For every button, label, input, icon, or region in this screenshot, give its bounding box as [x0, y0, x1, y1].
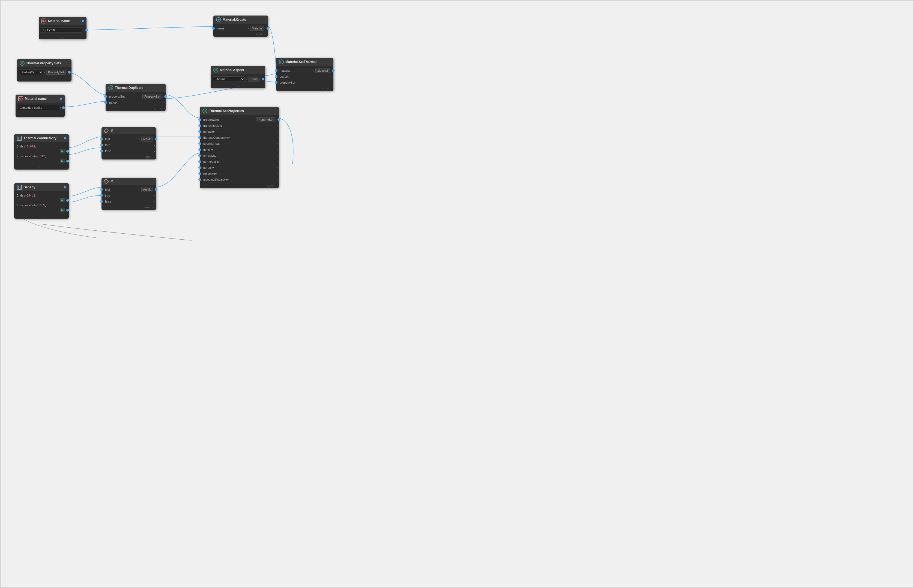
- tsp-out-label: PropertySet: [256, 117, 275, 122]
- thermal-duplicate-footer: AUTO ···: [105, 107, 165, 111]
- material-set-thermal-node: ◎ Material.SetThermal material › Materia…: [276, 58, 334, 91]
- material-set-thermal-out-label: Material: [315, 68, 330, 73]
- tsp-ref-label: reflectivity: [201, 172, 276, 175]
- density-header: [·] Density: [14, 183, 69, 191]
- thermal-property-sets-node: ◎ Thermal Property Sets Perlite(2) › Pro…: [17, 59, 71, 81]
- tsp-tl-row: transmitsLight ›: [200, 123, 279, 129]
- tsp-beh-label: behavior: [201, 130, 276, 133]
- thermal-conductivity-btn1[interactable]: ▶: [60, 149, 65, 153]
- density-btn1[interactable]: ▶: [60, 198, 65, 202]
- material-aspect-arrow: ›: [245, 78, 248, 81]
- if-1-true-arrow: ›: [153, 144, 156, 147]
- list-icon-1: [·]: [17, 136, 22, 141]
- material-name-2-dot: [60, 98, 62, 100]
- node-canvas: ABC Material name 1 - Perlite › ··· ◎ Ma…: [0, 0, 914, 588]
- tsp-perm-in: [198, 160, 201, 163]
- material-name-1-port-arrow: ›: [83, 29, 85, 32]
- material-name-2-input-row: Expanded perlite ›: [16, 104, 65, 111]
- thermal-set-properties-footer: AUTO ···: [200, 184, 279, 188]
- if-2-false-row: false ›: [102, 199, 156, 204]
- tsp-beh-row: behavior ›: [200, 129, 279, 135]
- thermal-property-sets-select[interactable]: Perlite(2): [19, 69, 43, 75]
- material-name-1-input[interactable]: 1 - Perlite: [41, 27, 83, 33]
- tsp-sh-arrow: ›: [276, 142, 279, 145]
- density-dot: [64, 186, 66, 188]
- tsp-tl-label: transmitsLight: [201, 124, 276, 127]
- thermal-conductivity-val2: 0.312: [37, 155, 45, 158]
- material-name-2-input[interactable]: Expanded perlite: [18, 105, 59, 110]
- tsp-em-row: emissivity ›: [200, 153, 279, 159]
- tsp-sh-in: [198, 142, 201, 145]
- density-btn2[interactable]: ▶: [60, 208, 65, 212]
- density-val2: 510.5: [37, 204, 45, 207]
- tsp-tc-arrow: ›: [276, 136, 279, 139]
- if-2-test-label: test: [103, 188, 138, 191]
- diamond-icon-2: [104, 179, 109, 184]
- density-title: Density: [23, 185, 35, 189]
- if-1-result-label: result: [141, 137, 152, 142]
- tsp-perm-label: permeability: [201, 160, 276, 163]
- thermal-conductivity-val1: 0.076: [27, 145, 35, 148]
- material-create-footer: AUTO ···: [213, 32, 268, 37]
- density-more: ···: [14, 214, 69, 219]
- thermal-duplicate-name-in: [104, 101, 107, 104]
- material-name-1-body: 1 - Perlite ›: [39, 25, 86, 34]
- thermal-property-sets-out-dot: [68, 71, 71, 74]
- material-create-name-label: name: [215, 27, 247, 30]
- if-2-test-in: [100, 188, 103, 191]
- if-1-false-row: false ›: [102, 148, 156, 154]
- thermal-conductivity-line1: 1 dry=0.076;: [14, 144, 69, 149]
- thermal-conductivity-node: [·] Thermal conductivity 1 dry=0.076; ▶ …: [14, 134, 69, 170]
- material-create-title: Material.Create: [223, 18, 246, 21]
- if-1-footer: AUTO ···: [102, 155, 156, 160]
- if-2-true-arrow: ›: [153, 194, 156, 197]
- material-name-1-input-row: 1 - Perlite ›: [39, 27, 86, 33]
- material-name-2-body: Expanded perlite ›: [16, 103, 65, 112]
- thermal-conductivity-btn1-row: ▶: [14, 149, 69, 154]
- if-2-result-dot: [155, 188, 157, 191]
- material-set-thermal-ps-row: propertySet ›: [276, 79, 334, 86]
- if-2-result-label: result: [141, 187, 152, 192]
- tsp-den-in: [198, 148, 201, 151]
- if-1-test-in: [100, 138, 103, 141]
- material-name-2-node: ABC Material name Expanded perlite › ···: [16, 95, 65, 117]
- density-line1: 1 dry=164.2;: [14, 193, 69, 198]
- tsp-por-arrow: ›: [276, 166, 279, 169]
- tsp-perm-arrow: ›: [276, 160, 279, 163]
- material-set-thermal-ps-in: [275, 81, 277, 84]
- material-aspect-out-dot: [262, 78, 264, 81]
- density-line2: 2 saturated=510.5;: [14, 203, 69, 208]
- material-create-icon: ◎: [216, 17, 221, 22]
- thermal-duplicate-name-label: name: [107, 101, 163, 104]
- material-aspect-out-label: Enum: [248, 77, 259, 81]
- tsp-tl-in: [198, 124, 201, 127]
- thermal-conductivity-btn2[interactable]: ▶: [60, 159, 65, 163]
- if-2-true-label: true: [103, 194, 153, 197]
- thermal-conductivity-header: [·] Thermal conductivity: [14, 134, 69, 142]
- tsp-por-in: [198, 166, 201, 169]
- thermal-conductivity-btn2-row: ▶: [14, 159, 69, 163]
- if-2-node: If test › result true › false › AUTO ···: [102, 178, 156, 210]
- material-aspect-select[interactable]: Thermal: [213, 76, 245, 82]
- material-aspect-header: ◎ Material Aspect: [211, 66, 265, 74]
- tsp-tc-in: [198, 136, 201, 139]
- diamond-icon-1: [104, 128, 109, 134]
- material-name-2-port-arrow: ›: [59, 106, 62, 109]
- material-set-thermal-aspect-arrow: ›: [331, 75, 334, 78]
- material-create-name-row: name › Material: [213, 25, 268, 31]
- material-name-2-out-dot: [62, 106, 65, 109]
- thermal-duplicate-name-arrow: ›: [163, 101, 165, 104]
- if-2-false-arrow: ›: [153, 200, 156, 203]
- material-set-thermal-material-label: material: [277, 69, 313, 72]
- thermal-conductivity-dot: [64, 137, 66, 139]
- if-1-result-dot: [155, 138, 157, 141]
- thermal-duplicate-ps-in: [104, 95, 107, 98]
- material-create-out-dot: [267, 27, 269, 30]
- material-aspect-node: ◎ Material Aspect Thermal › Enum ···: [211, 66, 265, 88]
- tsp-ps-arrow: ›: [253, 118, 256, 121]
- tsp-ps-label: propertySet: [201, 118, 253, 121]
- material-set-thermal-out-dot: [332, 69, 335, 72]
- tsp-ref-in: [198, 172, 201, 175]
- tsp-den-label: density: [201, 148, 276, 151]
- material-set-thermal-title: Material.SetThermal: [285, 60, 316, 64]
